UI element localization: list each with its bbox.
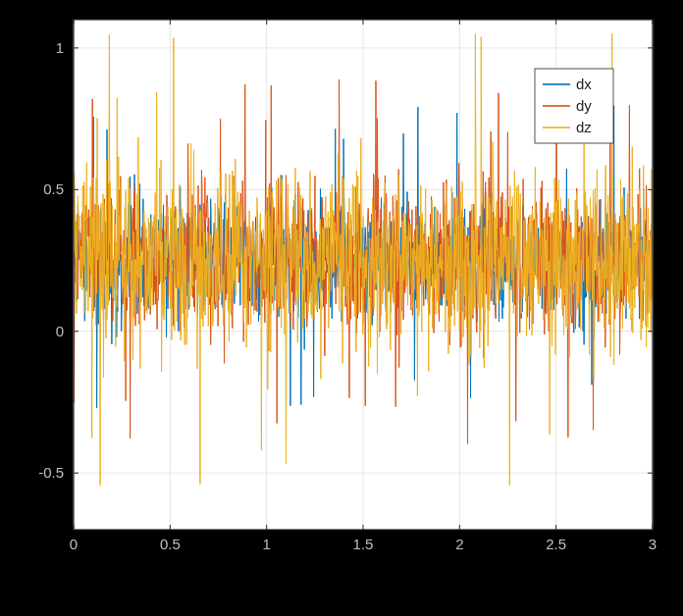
x-tick-label: 0.5 (160, 536, 181, 552)
y-tick-label: -0.5 (38, 464, 64, 481)
x-tick-label: 2 (455, 536, 463, 552)
y-tick-label: 0.5 (43, 180, 64, 197)
legend: dxdydz (535, 69, 613, 143)
chart-svg: 00.511.522.53-0.500.51dxdydz (0, 0, 683, 616)
x-tick-label: 1 (262, 536, 270, 552)
x-tick-label: 3 (649, 536, 657, 552)
x-tick-label: 1.5 (353, 536, 374, 552)
y-tick-label: 0 (56, 323, 64, 339)
x-tick-label: 2.5 (546, 536, 566, 552)
legend-label: dy (576, 97, 592, 114)
y-tick-label: 1 (56, 39, 64, 56)
chart-container: 00.511.522.53-0.500.51dxdydz (0, 0, 683, 616)
legend-label: dx (576, 76, 592, 92)
legend-label: dz (576, 119, 592, 135)
x-tick-label: 0 (70, 536, 78, 552)
